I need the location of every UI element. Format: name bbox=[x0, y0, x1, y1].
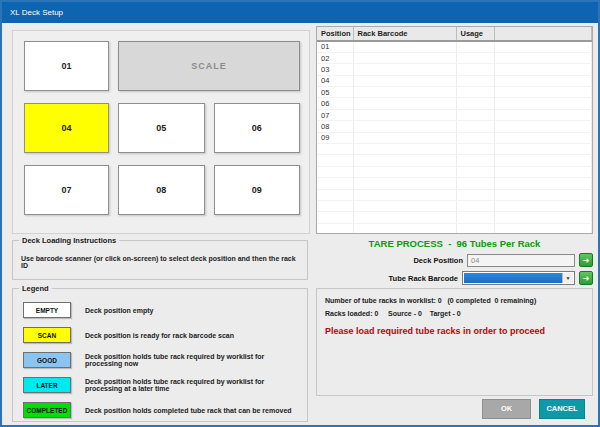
table-row[interactable]: 06 bbox=[317, 98, 592, 109]
racks-loaded-line: Racks loaded: 0 Source - 0 Target - 0 bbox=[317, 310, 592, 317]
deck-position-01[interactable]: 01 bbox=[24, 41, 109, 91]
legend-item-scan: SCAN Deck position is ready for rack bar… bbox=[23, 327, 299, 343]
deck-position-label: Deck Position bbox=[413, 256, 463, 265]
deck-grid-panel: 01 SCALE 04 05 06 07 08 09 bbox=[12, 30, 310, 234]
legend-title: Legend bbox=[19, 284, 52, 293]
instructions-text: Use barcode scanner (or click on-screen)… bbox=[13, 241, 307, 269]
chevron-down-icon: ▼ bbox=[566, 275, 571, 281]
col-header-position[interactable]: Position bbox=[317, 27, 353, 41]
legend-item-empty: EMPTY Deck position empty bbox=[23, 302, 299, 318]
table-row[interactable]: 07 bbox=[317, 109, 592, 120]
tare-process-title: TARE PROCESS - 96 Tubes Per Rack bbox=[316, 238, 593, 249]
legend-swatch-later: LATER bbox=[23, 377, 71, 393]
col-header-usage[interactable]: Usage bbox=[456, 27, 494, 41]
col-header-blank bbox=[494, 27, 592, 41]
legend-item-completed: COMPLETED Deck position holds completed … bbox=[23, 402, 299, 418]
green-arrow-icon: ➜ bbox=[583, 274, 590, 283]
title-bar: XL Deck Setup bbox=[2, 2, 598, 23]
worklist-count-line: Number of tube racks in worklist: 0 (0 c… bbox=[317, 289, 592, 304]
legend-groupbox: Legend EMPTY Deck position empty SCAN De… bbox=[12, 288, 308, 422]
table-row[interactable]: 05 bbox=[317, 87, 592, 98]
tube-rack-barcode-combo[interactable]: ▼ bbox=[462, 271, 575, 285]
legend-swatch-good: GOOD bbox=[23, 352, 71, 368]
deck-position-06[interactable]: 06 bbox=[214, 103, 301, 153]
tare-process-section: TARE PROCESS - 96 Tubes Per Rack Deck Po… bbox=[316, 238, 593, 289]
deck-position-go-button[interactable]: ➜ bbox=[579, 253, 593, 267]
table-row[interactable] bbox=[317, 200, 592, 211]
worklist-status-groupbox: Number of tube racks in worklist: 0 (0 c… bbox=[316, 288, 593, 396]
table-row[interactable] bbox=[317, 223, 592, 234]
xl-deck-setup-dialog: XL Deck Setup 01 SCALE 04 05 06 07 08 09… bbox=[0, 0, 600, 427]
legend-desc-good: Deck position holds tube rack required b… bbox=[85, 353, 299, 367]
combo-selection-highlight bbox=[464, 273, 562, 283]
instructions-groupbox: Deck Loading Instructions Use barcode sc… bbox=[12, 240, 308, 280]
table-row[interactable]: 03 bbox=[317, 64, 592, 75]
table-row[interactable] bbox=[317, 178, 592, 189]
legend-desc-later: Deck position holds tube rack required b… bbox=[85, 378, 299, 392]
tube-rack-barcode-label: Tube Rack Barcode bbox=[389, 274, 458, 283]
legend-item-good: GOOD Deck position holds tube rack requi… bbox=[23, 352, 299, 368]
deck-position-08[interactable]: 08 bbox=[118, 165, 205, 215]
instructions-title: Deck Loading Instructions bbox=[19, 236, 119, 245]
legend-desc-scan: Deck position is ready for rack barcode … bbox=[85, 332, 234, 339]
legend-desc-empty: Deck position empty bbox=[85, 307, 153, 314]
combo-dropdown-button[interactable]: ▼ bbox=[562, 273, 573, 283]
deck-position-07[interactable]: 07 bbox=[24, 165, 109, 215]
legend-desc-completed: Deck position holds completed tube rack … bbox=[85, 407, 292, 414]
deck-position-value: 04 bbox=[471, 256, 479, 265]
legend-swatch-scan: SCAN bbox=[23, 327, 71, 343]
green-arrow-icon: ➜ bbox=[583, 256, 590, 265]
rack-table: Position Rack Barcode Usage 010203040506… bbox=[316, 26, 593, 234]
deck-position-05[interactable]: 05 bbox=[118, 103, 205, 153]
table-row[interactable]: 08 bbox=[317, 121, 592, 132]
table-row[interactable] bbox=[317, 189, 592, 200]
table-row[interactable] bbox=[317, 155, 592, 166]
col-header-rack-barcode[interactable]: Rack Barcode bbox=[353, 27, 456, 41]
window-title: XL Deck Setup bbox=[10, 8, 63, 17]
table-row[interactable]: 02 bbox=[317, 52, 592, 63]
legend-swatch-completed: COMPLETED bbox=[23, 402, 71, 418]
deck-position-field[interactable]: 04 bbox=[467, 254, 575, 267]
table-row[interactable]: 04 bbox=[317, 75, 592, 86]
tube-rack-barcode-go-button[interactable]: ➜ bbox=[579, 271, 593, 285]
table-header-row: Position Rack Barcode Usage bbox=[317, 27, 592, 41]
table-row[interactable]: 01 bbox=[317, 41, 592, 52]
table-row[interactable] bbox=[317, 212, 592, 223]
ok-button[interactable]: OK bbox=[482, 399, 531, 419]
table-row[interactable] bbox=[317, 166, 592, 177]
legend-item-later: LATER Deck position holds tube rack requ… bbox=[23, 377, 299, 393]
deck-position-09[interactable]: 09 bbox=[214, 165, 301, 215]
table-row[interactable]: 09 bbox=[317, 132, 592, 143]
legend-swatch-empty: EMPTY bbox=[23, 302, 71, 318]
rack-table-body: 010203040506070809 bbox=[317, 41, 592, 234]
load-racks-warning: Please load required tube racks in order… bbox=[317, 317, 592, 336]
deck-position-scale[interactable]: SCALE bbox=[118, 41, 300, 91]
deck-position-04[interactable]: 04 bbox=[24, 103, 109, 153]
table-row[interactable] bbox=[317, 144, 592, 155]
cancel-button[interactable]: CANCEL bbox=[539, 399, 585, 419]
